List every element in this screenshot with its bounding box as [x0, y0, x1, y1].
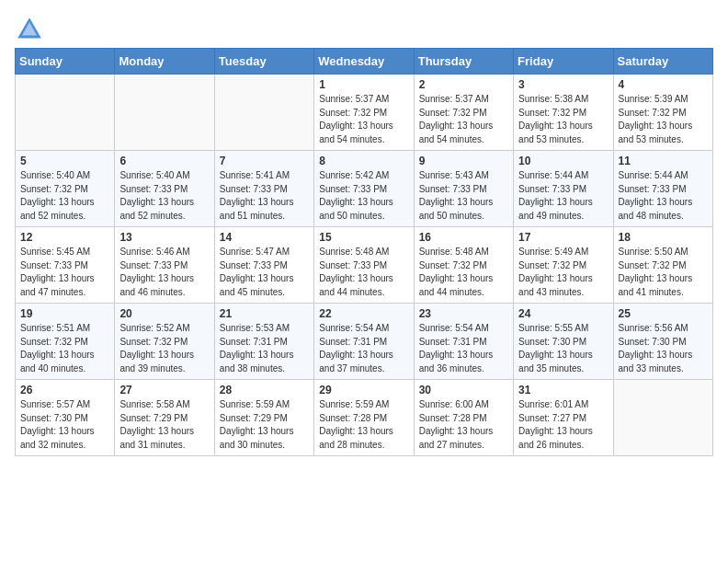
- day-number: 24: [518, 307, 608, 320]
- day-info: Sunrise: 6:01 AMSunset: 7:27 PMDaylight:…: [518, 398, 608, 452]
- day-info: Sunrise: 5:56 AMSunset: 7:30 PMDaylight:…: [619, 322, 708, 375]
- day-info: Sunrise: 5:53 AMSunset: 7:31 PMDaylight:…: [220, 322, 309, 375]
- calendar-cell: 3Sunrise: 5:38 AMSunset: 7:32 PMDaylight…: [514, 75, 613, 151]
- calendar-cell: 14Sunrise: 5:47 AMSunset: 7:33 PMDayligh…: [214, 227, 313, 304]
- day-info: Sunrise: 5:46 AMSunset: 7:33 PMDaylight:…: [119, 246, 209, 299]
- day-number: 12: [20, 231, 109, 244]
- day-info: Sunrise: 5:37 AMSunset: 7:32 PMDaylight:…: [419, 93, 508, 146]
- day-info: Sunrise: 5:59 AMSunset: 7:29 PMDaylight:…: [220, 398, 309, 452]
- day-info: Sunrise: 5:50 AMSunset: 7:32 PMDaylight:…: [619, 246, 708, 299]
- calendar-cell: 16Sunrise: 5:48 AMSunset: 7:32 PMDayligh…: [414, 227, 513, 304]
- calendar-cell: [214, 75, 313, 151]
- calendar-cell: 28Sunrise: 5:59 AMSunset: 7:29 PMDayligh…: [214, 380, 313, 456]
- day-info: Sunrise: 5:48 AMSunset: 7:33 PMDaylight:…: [319, 246, 408, 299]
- day-of-week-header: Tuesday: [214, 49, 313, 75]
- calendar-cell: 20Sunrise: 5:52 AMSunset: 7:32 PMDayligh…: [115, 304, 214, 380]
- day-info: Sunrise: 5:43 AMSunset: 7:33 PMDaylight:…: [419, 169, 508, 223]
- calendar-table: SundayMondayTuesdayWednesdayThursdayFrid…: [15, 48, 713, 456]
- day-number: 10: [518, 155, 608, 167]
- day-number: 25: [619, 307, 708, 320]
- calendar-cell: 8Sunrise: 5:42 AMSunset: 7:33 PMDaylight…: [314, 151, 414, 227]
- day-info: Sunrise: 5:54 AMSunset: 7:31 PMDaylight:…: [419, 322, 508, 375]
- day-info: Sunrise: 5:47 AMSunset: 7:33 PMDaylight:…: [220, 246, 309, 299]
- day-number: 11: [619, 155, 708, 167]
- day-info: Sunrise: 5:54 AMSunset: 7:31 PMDaylight:…: [319, 322, 408, 375]
- day-number: 30: [419, 384, 508, 396]
- day-info: Sunrise: 6:00 AMSunset: 7:28 PMDaylight:…: [419, 398, 508, 452]
- day-of-week-header: Monday: [115, 49, 214, 75]
- calendar-cell: 11Sunrise: 5:44 AMSunset: 7:33 PMDayligh…: [613, 151, 712, 227]
- day-info: Sunrise: 5:40 AMSunset: 7:33 PMDaylight:…: [119, 169, 209, 223]
- day-number: 4: [619, 78, 708, 91]
- calendar-cell: 9Sunrise: 5:43 AMSunset: 7:33 PMDaylight…: [414, 151, 513, 227]
- day-number: 8: [319, 155, 408, 167]
- calendar-cell: 1Sunrise: 5:37 AMSunset: 7:32 PMDaylight…: [314, 75, 414, 151]
- day-info: Sunrise: 5:44 AMSunset: 7:33 PMDaylight:…: [518, 169, 608, 223]
- day-number: 15: [319, 231, 408, 244]
- calendar-week-row: 12Sunrise: 5:45 AMSunset: 7:33 PMDayligh…: [16, 227, 713, 304]
- day-number: 23: [419, 307, 508, 320]
- calendar-header-row: SundayMondayTuesdayWednesdayThursdayFrid…: [16, 49, 713, 75]
- day-of-week-header: Thursday: [414, 49, 513, 75]
- day-number: 7: [220, 155, 309, 167]
- calendar-cell: 30Sunrise: 6:00 AMSunset: 7:28 PMDayligh…: [414, 380, 513, 456]
- day-info: Sunrise: 5:37 AMSunset: 7:32 PMDaylight:…: [319, 93, 408, 146]
- calendar-cell: 5Sunrise: 5:40 AMSunset: 7:32 PMDaylight…: [16, 151, 115, 227]
- page-header: [15, 15, 713, 44]
- calendar-cell: [16, 75, 115, 151]
- calendar-week-row: 5Sunrise: 5:40 AMSunset: 7:32 PMDaylight…: [16, 151, 713, 227]
- day-info: Sunrise: 5:57 AMSunset: 7:30 PMDaylight:…: [20, 398, 109, 452]
- day-info: Sunrise: 5:40 AMSunset: 7:32 PMDaylight:…: [20, 169, 109, 223]
- calendar-cell: 12Sunrise: 5:45 AMSunset: 7:33 PMDayligh…: [16, 227, 115, 304]
- day-info: Sunrise: 5:38 AMSunset: 7:32 PMDaylight:…: [518, 93, 608, 146]
- day-info: Sunrise: 5:44 AMSunset: 7:33 PMDaylight:…: [619, 169, 708, 223]
- calendar-week-row: 1Sunrise: 5:37 AMSunset: 7:32 PMDaylight…: [16, 75, 713, 151]
- day-number: 5: [20, 155, 109, 167]
- day-info: Sunrise: 5:45 AMSunset: 7:33 PMDaylight:…: [20, 246, 109, 299]
- day-number: 21: [220, 307, 309, 320]
- day-info: Sunrise: 5:39 AMSunset: 7:32 PMDaylight:…: [619, 93, 708, 146]
- day-number: 2: [419, 78, 508, 91]
- logo: [15, 15, 48, 44]
- day-number: 16: [419, 231, 508, 244]
- day-number: 27: [119, 384, 209, 396]
- day-number: 31: [518, 384, 608, 396]
- day-info: Sunrise: 5:59 AMSunset: 7:28 PMDaylight:…: [319, 398, 408, 452]
- day-info: Sunrise: 5:42 AMSunset: 7:33 PMDaylight:…: [319, 169, 408, 223]
- logo-icon: [15, 15, 44, 44]
- calendar-cell: 15Sunrise: 5:48 AMSunset: 7:33 PMDayligh…: [314, 227, 414, 304]
- day-info: Sunrise: 5:41 AMSunset: 7:33 PMDaylight:…: [220, 169, 309, 223]
- day-number: 3: [518, 78, 608, 91]
- calendar-week-row: 26Sunrise: 5:57 AMSunset: 7:30 PMDayligh…: [16, 380, 713, 456]
- calendar-cell: 26Sunrise: 5:57 AMSunset: 7:30 PMDayligh…: [16, 380, 115, 456]
- calendar-cell: 21Sunrise: 5:53 AMSunset: 7:31 PMDayligh…: [214, 304, 313, 380]
- day-number: 9: [419, 155, 508, 167]
- day-number: 20: [119, 307, 209, 320]
- calendar-week-row: 19Sunrise: 5:51 AMSunset: 7:32 PMDayligh…: [16, 304, 713, 380]
- calendar-cell: 18Sunrise: 5:50 AMSunset: 7:32 PMDayligh…: [613, 227, 712, 304]
- calendar-cell: 22Sunrise: 5:54 AMSunset: 7:31 PMDayligh…: [314, 304, 414, 380]
- day-number: 29: [319, 384, 408, 396]
- day-info: Sunrise: 5:52 AMSunset: 7:32 PMDaylight:…: [119, 322, 209, 375]
- calendar-cell: 17Sunrise: 5:49 AMSunset: 7:32 PMDayligh…: [514, 227, 613, 304]
- day-number: 26: [20, 384, 109, 396]
- calendar-cell: 13Sunrise: 5:46 AMSunset: 7:33 PMDayligh…: [115, 227, 214, 304]
- day-of-week-header: Wednesday: [314, 49, 414, 75]
- day-of-week-header: Saturday: [613, 49, 712, 75]
- day-info: Sunrise: 5:58 AMSunset: 7:29 PMDaylight:…: [119, 398, 209, 452]
- day-of-week-header: Friday: [514, 49, 613, 75]
- day-number: 14: [220, 231, 309, 244]
- calendar-cell: 6Sunrise: 5:40 AMSunset: 7:33 PMDaylight…: [115, 151, 214, 227]
- day-of-week-header: Sunday: [16, 49, 115, 75]
- day-number: 22: [319, 307, 408, 320]
- day-number: 17: [518, 231, 608, 244]
- day-number: 28: [220, 384, 309, 396]
- calendar-cell: 10Sunrise: 5:44 AMSunset: 7:33 PMDayligh…: [514, 151, 613, 227]
- calendar-cell: 19Sunrise: 5:51 AMSunset: 7:32 PMDayligh…: [16, 304, 115, 380]
- day-number: 13: [119, 231, 209, 244]
- day-number: 6: [119, 155, 209, 167]
- calendar-cell: 4Sunrise: 5:39 AMSunset: 7:32 PMDaylight…: [613, 75, 712, 151]
- calendar-cell: 2Sunrise: 5:37 AMSunset: 7:32 PMDaylight…: [414, 75, 513, 151]
- day-number: 19: [20, 307, 109, 320]
- day-number: 1: [319, 78, 408, 91]
